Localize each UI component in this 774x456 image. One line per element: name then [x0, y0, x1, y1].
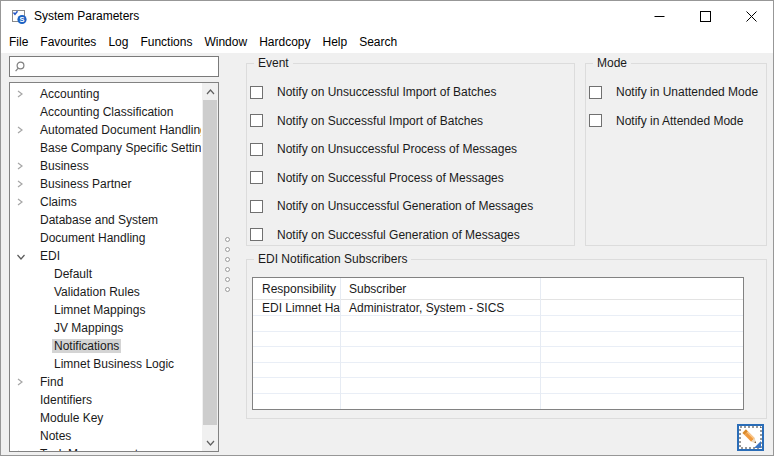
tree-item-module-key[interactable]: Module Key — [10, 409, 201, 427]
tree-item-business-partner[interactable]: Business Partner — [10, 175, 201, 193]
tree-item-limnet-mappings[interactable]: Limnet Mappings — [10, 301, 201, 319]
event-row-notify-on-successful-generation-of-messages: Notify on Successful Generation of Messa… — [250, 221, 572, 250]
menu-item-log[interactable]: Log — [102, 32, 134, 52]
table-empty-row — [253, 316, 743, 332]
menu-item-file[interactable]: File — [3, 32, 34, 52]
splitter-grip[interactable] — [221, 237, 233, 307]
menu-item-help[interactable]: Help — [316, 32, 353, 52]
chevron-collapsed-icon[interactable] — [16, 197, 38, 207]
table-row[interactable]: EDI Limnet Ha...Administrator, System - … — [253, 300, 743, 316]
checkbox-label: Notify on Unsuccessful Generation of Mes… — [277, 199, 533, 213]
tree-item-notifications[interactable]: Notifications — [10, 337, 201, 355]
tree-item-label: EDI — [38, 249, 62, 263]
event-row-notify-on-successful-process-of-messages: Notify on Successful Process of Messages — [250, 164, 572, 193]
mode-row-notify-in-attended-mode: Notify in Attended Mode — [589, 107, 764, 136]
chevron-collapsed-icon[interactable] — [16, 89, 38, 99]
checkbox-notify-in-attended-mode[interactable] — [589, 114, 602, 127]
table-header-responsibility: Responsibility — [253, 282, 340, 296]
subscribers-group: EDI Notification Subscribers Responsibil… — [246, 259, 767, 419]
scrollbar-thumb[interactable] — [203, 100, 217, 425]
tree-item-claims[interactable]: Claims — [10, 193, 201, 211]
tree-item-label: Claims — [38, 195, 79, 209]
table-cell: EDI Limnet Ha... — [253, 301, 340, 315]
event-row-notify-on-unsuccessful-process-of-messages: Notify on Unsuccessful Process of Messag… — [250, 135, 572, 164]
menu-item-functions[interactable]: Functions — [134, 32, 198, 52]
scroll-down-icon[interactable] — [202, 434, 218, 451]
tree-item-label: Find — [38, 375, 65, 389]
table-cell: Administrator, System - SICS — [340, 301, 540, 315]
app-icon: S — [10, 7, 28, 25]
checkbox-notify-on-successful-process-of-messages[interactable] — [250, 171, 263, 184]
checkbox-label: Notify on Unsuccessful Process of Messag… — [277, 142, 517, 156]
tree-item-find[interactable]: Find — [10, 373, 201, 391]
tree-item-label: Default — [52, 267, 94, 281]
maximize-button[interactable] — [682, 1, 728, 31]
tree-item-accounting-classification[interactable]: Accounting Classification — [10, 103, 201, 121]
chevron-collapsed-icon[interactable] — [16, 125, 38, 135]
checkbox-label: Notify on Successful Process of Messages — [277, 171, 504, 185]
tree-item-jv-mappings[interactable]: JV Mappings — [10, 319, 201, 337]
close-icon — [746, 11, 757, 22]
tree-item-automated-document-handling[interactable]: Automated Document Handling — [10, 121, 201, 139]
search-box — [9, 56, 219, 77]
tree-item-label: Accounting — [38, 87, 101, 101]
tree-item-default[interactable]: Default — [10, 265, 201, 283]
tree-item-base-company-specific-settings[interactable]: Base Company Specific Settings — [10, 139, 201, 157]
tree-item-limnet-business-logic[interactable]: Limnet Business Logic — [10, 355, 201, 373]
checkbox-notify-in-unattended-mode[interactable] — [589, 86, 602, 99]
chevron-collapsed-icon[interactable] — [16, 377, 38, 387]
tree-item-label: Module Key — [38, 411, 105, 425]
tree-item-accounting[interactable]: Accounting — [10, 85, 201, 103]
checkbox-label: Notify on Successful Import of Batches — [277, 114, 483, 128]
tree-item-label: Identifiers — [38, 393, 94, 407]
chevron-collapsed-icon[interactable] — [16, 161, 38, 171]
chevron-collapsed-icon[interactable] — [16, 179, 38, 189]
subscribers-table[interactable]: ResponsibilitySubscriber EDI Limnet Ha..… — [252, 277, 744, 410]
checkbox-notify-on-unsuccessful-generation-of-messages[interactable] — [250, 200, 263, 213]
edit-mode-button[interactable] — [737, 424, 764, 451]
tree-item-database-and-system[interactable]: Database and System — [10, 211, 201, 229]
tree-item-label: Automated Document Handling — [38, 123, 201, 137]
tree-item-validation-rules[interactable]: Validation Rules — [10, 283, 201, 301]
event-checkbox-list: Notify on Unsuccessful Import of Batches… — [250, 78, 572, 249]
tree-item-label: Notes — [38, 429, 73, 443]
checkbox-notify-on-successful-generation-of-messages[interactable] — [250, 228, 263, 241]
checkbox-label: Notify in Attended Mode — [616, 114, 743, 128]
table-empty-row — [253, 394, 743, 410]
menu-item-favourites[interactable]: Favourites — [34, 32, 102, 52]
minimize-button[interactable] — [636, 1, 682, 31]
edit-pencil-icon — [739, 426, 762, 449]
table-empty-row — [253, 363, 743, 379]
tree-item-label: Validation Rules — [52, 285, 142, 299]
event-group: Event Notify on Unsuccessful Import of B… — [246, 63, 575, 246]
checkbox-notify-on-unsuccessful-process-of-messages[interactable] — [250, 143, 263, 156]
menu-item-search[interactable]: Search — [353, 32, 403, 52]
tree-scrollbar[interactable] — [202, 83, 218, 451]
tree-item-identifiers[interactable]: Identifiers — [10, 391, 201, 409]
table-empty-row — [253, 378, 743, 394]
chevron-collapsed-icon[interactable] — [16, 449, 38, 451]
subscribers-group-title: EDI Notification Subscribers — [254, 252, 411, 266]
tree-item-business[interactable]: Business — [10, 157, 201, 175]
event-row-notify-on-unsuccessful-import-of-batches: Notify on Unsuccessful Import of Batches — [250, 78, 572, 107]
tree-item-notes[interactable]: Notes — [10, 427, 201, 445]
checkbox-notify-on-successful-import-of-batches[interactable] — [250, 114, 263, 127]
close-button[interactable] — [728, 1, 774, 31]
scroll-up-icon[interactable] — [202, 83, 218, 100]
tree-item-edi[interactable]: EDI — [10, 247, 201, 265]
mode-group: Mode Notify in Unattended ModeNotify in … — [585, 63, 767, 246]
tree-item-document-handling[interactable]: Document Handling — [10, 229, 201, 247]
tree-item-label: Accounting Classification — [38, 105, 175, 119]
window-title: System Parameters — [34, 9, 139, 23]
mode-checkbox-list: Notify in Unattended ModeNotify in Atten… — [589, 78, 764, 135]
menu-item-hardcopy[interactable]: Hardcopy — [253, 32, 316, 52]
menu-item-window[interactable]: Window — [198, 32, 253, 52]
search-input[interactable] — [30, 58, 219, 75]
search-icon — [14, 60, 27, 73]
mode-row-notify-in-unattended-mode: Notify in Unattended Mode — [589, 78, 764, 107]
chevron-expanded-icon[interactable] — [16, 252, 38, 261]
tree-item-task-management[interactable]: Task Management — [10, 445, 201, 451]
checkbox-notify-on-unsuccessful-import-of-batches[interactable] — [250, 86, 263, 99]
tree-item-label: Business Partner — [38, 177, 133, 191]
event-row-notify-on-successful-import-of-batches: Notify on Successful Import of Batches — [250, 107, 572, 136]
